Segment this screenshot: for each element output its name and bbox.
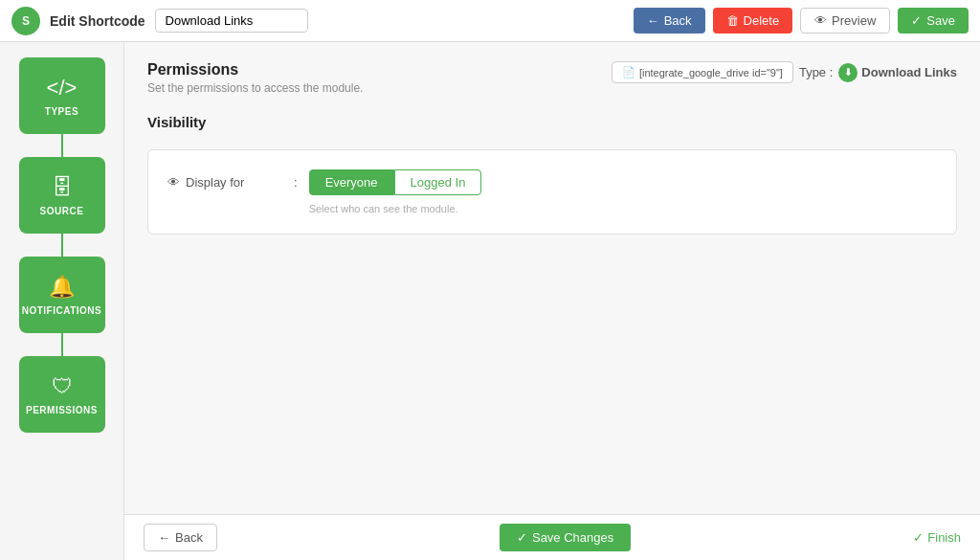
type-icon: ⬇ [838,63,858,82]
type-name-text: Download Links [861,65,957,79]
toggle-loggedin-button[interactable]: Logged In [394,169,482,195]
sidebar-item-notifications[interactable]: 🔔 NOTIFICATIONS [19,257,105,333]
sidebar-item-types[interactable]: </> TYPES [19,57,105,134]
save-label: Save [926,13,955,28]
delete-button[interactable]: 🗑 Delete [713,8,793,34]
finish-label: Finish [927,530,961,545]
toggle-group: Everyone Logged In [309,169,482,195]
sidebar-item-permissions[interactable]: 🛡 PERMISSIONS [19,356,105,433]
footer-back-button[interactable]: ← Back [144,524,217,551]
field-colon: : [294,169,298,190]
section-subtitle: Set the permissions to access the module… [147,81,363,95]
field-hint: Select who can see the module. [309,203,482,214]
delete-label: Delete [744,13,780,28]
save-button[interactable]: ✓ Save [898,8,969,34]
body-layout: </> TYPES 🗄 SOURCE 🔔 NOTIFICATIONS 🛡 PER… [0,42,980,560]
connector-2 [61,234,63,257]
types-icon: </> [47,76,78,101]
header: S Edit Shortcode ← Back 🗑 Delete 👁 Previ… [0,0,980,42]
shortcode-tag-text: [integrate_google_drive id="9"] [639,67,783,78]
eye-field-icon: 👁 [167,175,180,190]
notifications-icon: 🔔 [49,275,75,300]
footer-back-arrow-icon: ← [158,530,170,545]
display-for-row: 👁 Display for : Everyone Logged In Selec… [167,169,937,214]
footer-back-label: Back [175,530,203,545]
sidebar-item-permissions-label: PERMISSIONS [26,405,98,415]
back-arrow-icon: ← [647,13,659,28]
logo-text: S [22,14,30,28]
visibility-card: 👁 Display for : Everyone Logged In Selec… [147,149,957,235]
field-controls: Everyone Logged In Select who can see th… [309,169,482,214]
section-info: Permissions Set the permissions to acces… [147,61,363,95]
app-logo: S [11,7,40,35]
document-icon: 📄 [622,66,635,78]
visibility-title: Visibility [147,114,957,130]
display-for-text: Display for [186,175,244,190]
connector-3 [61,333,63,356]
eye-icon: 👁 [814,13,827,28]
section-header: Permissions Set the permissions to acces… [147,61,957,95]
connector-1 [61,134,63,157]
main-body: Permissions Set the permissions to acces… [124,42,980,514]
toggle-everyone-button[interactable]: Everyone [309,169,394,195]
main-footer: ← Back ✓ Save Changes ✓ Finish [124,514,980,560]
save-changes-check-icon: ✓ [517,530,527,545]
header-actions: ← Back 🗑 Delete 👁 Preview ✓ Save [634,8,969,34]
save-changes-button[interactable]: ✓ Save Changes [500,524,631,551]
back-button[interactable]: ← Back [634,8,705,34]
finish-button[interactable]: ✓ Finish [913,530,961,545]
display-for-label: 👁 Display for [167,169,282,190]
type-label-text: Type : [799,65,833,79]
section-title: Permissions [147,61,363,78]
type-name: ⬇ Download Links [838,63,957,82]
main-content: Permissions Set the permissions to acces… [124,42,980,560]
permissions-icon: 🛡 [52,374,73,399]
finish-check-icon: ✓ [913,530,924,545]
save-changes-label: Save Changes [532,530,613,545]
sidebar-item-notifications-label: NOTIFICATIONS [22,305,102,316]
preview-button[interactable]: 👁 Preview [800,8,890,34]
sidebar-item-types-label: TYPES [45,106,78,117]
shortcode-tag: 📄 [integrate_google_drive id="9"] [612,61,793,83]
source-icon: 🗄 [52,175,73,200]
sidebar-item-source[interactable]: 🗄 SOURCE [19,157,105,234]
check-icon: ✓ [911,13,922,28]
page-title: Edit Shortcode [50,13,145,29]
delete-icon: 🗑 [726,13,739,28]
preview-label: Preview [832,13,876,28]
back-label: Back [664,13,692,28]
sidebar: </> TYPES 🗄 SOURCE 🔔 NOTIFICATIONS 🛡 PER… [0,42,124,560]
sidebar-item-source-label: SOURCE [40,206,84,216]
shortcode-name-input[interactable] [155,9,308,33]
type-badge: 📄 [integrate_google_drive id="9"] Type :… [612,61,957,83]
